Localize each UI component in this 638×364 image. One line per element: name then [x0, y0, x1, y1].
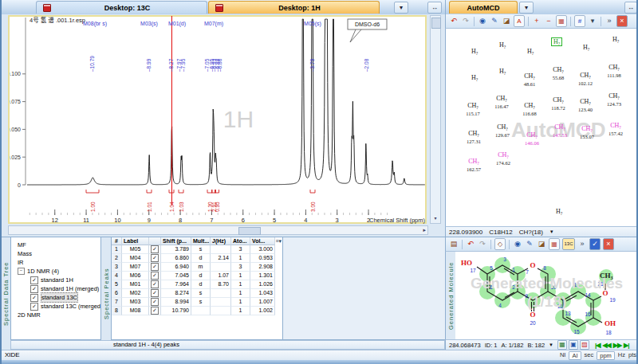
- cell-num[interactable]: 1: [112, 245, 122, 254]
- atom-label-icon[interactable]: A: [514, 15, 525, 27]
- cell-mult[interactable]: s: [191, 289, 211, 298]
- unit-hz[interactable]: Hz: [618, 350, 625, 360]
- checkbox-icon[interactable]: ✓: [151, 298, 159, 306]
- cell-mult[interactable]: m: [191, 263, 211, 272]
- checkbox-icon[interactable]: ✓: [30, 276, 38, 284]
- unit-ni[interactable]: NI: [560, 350, 566, 360]
- tab-list-dropdown-icon[interactable]: ▾: [519, 2, 534, 14]
- cell-j[interactable]: [211, 307, 231, 315]
- integral-value[interactable]: 0.95: [215, 202, 220, 212]
- cell-num[interactable]: 8: [112, 307, 122, 315]
- cell-mult[interactable]: s: [191, 245, 211, 254]
- cell-num[interactable]: 6: [112, 289, 122, 298]
- cell-atoms[interactable]: 1: [231, 272, 250, 280]
- cell-j[interactable]: [211, 263, 231, 272]
- mcd-node-c129.67[interactable]: CH?129.67: [489, 124, 516, 138]
- cell-label[interactable]: M03: [122, 298, 149, 307]
- mcd-node-c55.68[interactable]: CH?55.68: [545, 67, 572, 80]
- checkbox-icon[interactable]: ✓: [30, 294, 38, 302]
- cell-check[interactable]: ✓: [149, 263, 161, 272]
- cell-check[interactable]: ✓: [149, 272, 161, 280]
- cell-label[interactable]: M08: [122, 307, 149, 315]
- mcd-node-c123.40[interactable]: CH?123.40: [572, 99, 599, 112]
- col-header-j[interactable]: J(Hz): [211, 237, 231, 245]
- mcd-node-c115.17[interactable]: CH?115.17: [459, 103, 486, 116]
- cell-mult[interactable]: s: [191, 298, 211, 307]
- cell-j[interactable]: [211, 245, 231, 254]
- mcd-node-h[interactable]: H?: [573, 45, 600, 53]
- cell-label[interactable]: M05: [122, 245, 149, 254]
- cell-num[interactable]: 4: [112, 272, 122, 280]
- peak-shift-label[interactable]: –8.27: [168, 58, 174, 72]
- tree-item-mass[interactable]: Mass: [18, 249, 32, 258]
- peak-shift-label[interactable]: –3.79: [309, 58, 315, 72]
- cell-check[interactable]: ✓: [149, 298, 161, 307]
- checkbox-icon[interactable]: ✓: [30, 285, 38, 293]
- mcd-node-c116.47[interactable]: CH?116.47: [488, 96, 515, 109]
- mcd-node-h[interactable]: H?: [461, 49, 488, 57]
- grid-icon[interactable]: ▦: [557, 340, 567, 350]
- integral-value[interactable]: 1.01: [147, 202, 152, 212]
- frame-icon[interactable]: ▦: [556, 15, 567, 27]
- cell-atoms[interactable]: 1: [231, 289, 250, 298]
- cell-label[interactable]: M01: [122, 280, 149, 289]
- mcd-node-c118.72[interactable]: CH?118.72: [545, 97, 572, 111]
- cell-check[interactable]: ✓: [149, 280, 161, 289]
- draw-icon[interactable]: ✎: [490, 16, 499, 26]
- collapse-icon[interactable]: »: [605, 16, 614, 26]
- zoom-icon[interactable]: ◉: [513, 239, 522, 249]
- add-atom-icon[interactable]: +: [532, 16, 542, 26]
- dropdown-icon[interactable]: ▾: [588, 16, 597, 26]
- peak-shift-label[interactable]: –2.08: [364, 58, 369, 72]
- cell-shift[interactable]: 10.790: [161, 307, 191, 315]
- col-header-num[interactable]: #: [112, 237, 122, 245]
- cell-check[interactable]: ✓: [149, 254, 161, 263]
- cell-check[interactable]: ✓: [149, 245, 161, 254]
- mcd-node-h[interactable]: H?: [517, 49, 544, 57]
- erase-icon[interactable]: ◪: [537, 239, 546, 249]
- cell-atoms[interactable]: 1: [231, 298, 250, 307]
- erase-icon[interactable]: ◪: [502, 16, 511, 26]
- peak-shift-label[interactable]: –8.99: [146, 58, 152, 72]
- cell-j[interactable]: [211, 289, 231, 298]
- cell-volume[interactable]: 1.026: [250, 280, 275, 289]
- cell-shift[interactable]: 7.045: [161, 272, 191, 280]
- unit-sec[interactable]: sec: [585, 350, 594, 360]
- cell-volume[interactable]: 1.043: [250, 289, 275, 298]
- cell-mult[interactable]: d: [191, 272, 211, 280]
- mcd-node-c102.12[interactable]: CH?102.12: [572, 72, 599, 86]
- mcd-node-c146.06[interactable]: CH?146.06: [518, 132, 545, 146]
- mcd-node-c48.61[interactable]: CH?48.61: [516, 73, 543, 87]
- cell-label[interactable]: M02: [122, 289, 149, 298]
- horizontal-scrollbar[interactable]: ▸: [8, 225, 428, 235]
- peak-shift-label[interactable]: –10.79: [89, 56, 95, 72]
- checkbox-icon[interactable]: ✓: [151, 289, 159, 297]
- mcd-node-h[interactable]: H?: [489, 68, 516, 76]
- tab-desktop-13c[interactable]: Desktop: 13C: [36, 1, 207, 14]
- mcd-node-c162.57[interactable]: CH?162.57: [460, 159, 487, 172]
- undo-icon[interactable]: ↶: [466, 239, 475, 249]
- vscroll-thumb[interactable]: [431, 18, 441, 29]
- checkbox-icon[interactable]: ✓: [151, 280, 159, 288]
- tree-item-1d-nmr-4[interactable]: −1D NMR (4): [18, 267, 59, 276]
- cell-atoms[interactable]: 1: [231, 280, 250, 289]
- cell-label[interactable]: M06: [122, 272, 149, 280]
- integral-value[interactable]: 1.00: [90, 202, 96, 212]
- multiplet-label[interactable]: M08(br s): [83, 21, 107, 27]
- mcd-node-h[interactable]: H?: [489, 42, 516, 50]
- cell-shift[interactable]: 7.964: [161, 280, 191, 289]
- cell-check[interactable]: ✓: [149, 307, 161, 315]
- molecule-structure[interactable]: HOOOOOHCH3123456789101112131415161718192…: [455, 252, 638, 339]
- mcd-node-c157.42[interactable]: CH?157.42: [602, 123, 629, 136]
- hscroll-right-icon[interactable]: ▸: [423, 226, 426, 234]
- unit-ppm[interactable]: ppm: [597, 351, 615, 360]
- cell-j[interactable]: 8.70: [211, 280, 231, 289]
- multiplet-label[interactable]: M07(m): [204, 21, 223, 27]
- table-options-icon[interactable]: ≡▾: [275, 237, 282, 245]
- cell-volume[interactable]: 0.953: [250, 254, 275, 263]
- draw-icon[interactable]: ✎: [525, 239, 534, 249]
- cell-mult[interactable]: d: [191, 254, 211, 263]
- heteroatom-label[interactable]: OH: [605, 319, 616, 327]
- solvent-callout[interactable]: DMSO-d6: [348, 19, 387, 42]
- cell-volume[interactable]: 3.000: [250, 245, 275, 254]
